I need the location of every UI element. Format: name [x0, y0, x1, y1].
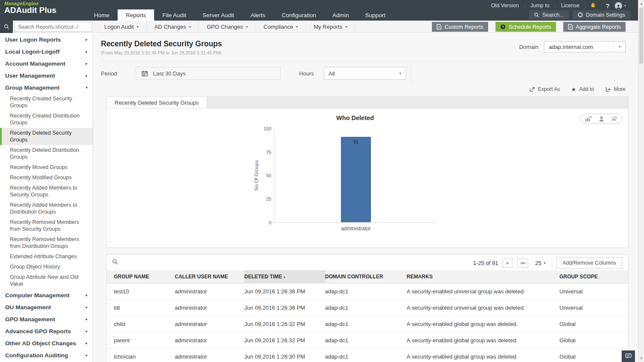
user-chart-icon[interactable] [598, 116, 605, 122]
help-icon[interactable]: ? [606, 2, 610, 9]
cell-remarks: A security-enabled global group was dele… [407, 332, 559, 349]
y-tick: 50 [262, 173, 271, 178]
sidebar-item-configuration-auditing[interactable]: Configuration Auditing▸ [0, 349, 93, 361]
menu-compliance[interactable]: Compliance▾ [256, 21, 306, 33]
sidebar-subitem[interactable]: Recently Moved Groups [0, 162, 93, 172]
search-icon [534, 12, 539, 18]
sidebar-subitem[interactable]: Recently Removed Members from Security G… [0, 217, 93, 234]
period-input[interactable]: Last 30 Days [136, 67, 281, 80]
sidebar-subitem[interactable]: Recently Added Members to Distribution G… [0, 200, 93, 217]
sidebar-item-advanced-gpo-reports[interactable]: Advanced GPO Reports▸ [0, 325, 93, 337]
main-content: Recently Deleted Security Groups (From M… [94, 33, 638, 362]
sidebar-item-account-management[interactable]: Account Management▸ [0, 57, 93, 69]
refresh-chart-icon[interactable] [611, 116, 618, 122]
export-as-link[interactable]: Export As [529, 86, 560, 92]
license-link[interactable]: License [556, 3, 586, 9]
table-row[interactable]: tchnician administrator Jun 09,2016 1:26… [107, 349, 628, 362]
page-size-select[interactable]: 25 ▾ [535, 260, 545, 266]
sidebar-item-ou-management[interactable]: OU Management▸ [0, 301, 93, 313]
sidebar-subitem[interactable]: Recently Modified Groups [0, 172, 93, 183]
gear-icon [578, 12, 583, 17]
aggregate-reports-button[interactable]: Aggregate Reports [563, 22, 626, 32]
feedback-chat-button[interactable] [622, 350, 635, 362]
domain-select[interactable]: adap.internal.com ▾ [544, 41, 626, 52]
table-row[interactable]: tdt administrator Jun 09,2016 1:26:36 PM… [107, 300, 628, 316]
tab-recently-deleted-security-groups[interactable]: Recently Deleted Security Groups [107, 97, 207, 108]
app-logo: ManageEngine ADAudit Plus [4, 1, 56, 15]
menu-logon-audit[interactable]: Logon Audit▾ [97, 21, 147, 33]
hours-select[interactable]: All ▾ [324, 67, 406, 80]
table-search-icon[interactable] [112, 259, 118, 265]
sidebar-subitem[interactable]: Recently Created Security Groups [0, 94, 93, 111]
col-remarks[interactable]: REMARKS [407, 270, 559, 284]
cell-group-name: parent [107, 332, 175, 349]
menu-ad-changes[interactable]: AD Changes▾ [147, 21, 199, 33]
sidebar-subitem[interactable]: Group Attribute New and Old Value [0, 272, 93, 289]
nav-alerts[interactable]: Alerts [242, 9, 273, 21]
menu-gpo-changes[interactable]: GPO Changes▾ [199, 21, 256, 33]
sidebar-subitem[interactable]: Recently Created Distribution Groups [0, 111, 93, 128]
sidebar-item-group-management[interactable]: Group Management▾ [0, 81, 93, 94]
sidebar-subitem-selected[interactable]: Recently Deleted Security Groups [0, 128, 93, 145]
sidebar-item-other-ad-object-changes[interactable]: Other AD Object Changes▸ [0, 337, 93, 349]
scroll-up-icon[interactable]: ▲ [638, 2, 644, 6]
chart-title: Who Deleted [274, 115, 436, 121]
main-nav: Home Reports File Audit Server Audit Ale… [86, 9, 394, 21]
nav-server-audit[interactable]: Server Audit [194, 9, 243, 21]
sidebar-item-local-logon-logoff[interactable]: Local Logon-Logoff▸ [0, 45, 93, 57]
col-group-scope[interactable]: GROUP SCOPE [559, 270, 628, 284]
table-row[interactable]: parent administrator Jun 09,2016 1:26:32… [107, 332, 628, 349]
sidebar-item-gpo-management[interactable]: GPO Management▸ [0, 313, 93, 325]
nav-reports[interactable]: Reports [118, 9, 154, 21]
cell-domain-controller: adap-dc1 [325, 332, 407, 349]
col-group-name[interactable]: GROUP NAME [107, 270, 175, 284]
nav-configuration[interactable]: Configuration [273, 9, 324, 21]
next-page-button[interactable]: ▶ [502, 259, 513, 268]
nav-admin[interactable]: Admin [324, 9, 357, 21]
col-deleted-time[interactable]: DELETED TIME ▾ [244, 270, 325, 284]
vertical-scrollbar[interactable]: ▲ ▼ [638, 0, 644, 362]
notification-bell-icon[interactable]: ! [590, 3, 596, 9]
reports-toolbar: Logon Audit▾ AD Changes▾ GPO Changes▾ Co… [0, 21, 638, 33]
nav-support[interactable]: Support [357, 9, 393, 21]
domain-settings-button[interactable]: Domain Settings [573, 10, 630, 19]
sidebar-subitem[interactable]: Group Object History [0, 262, 93, 272]
sidebar-item-user-logon-reports[interactable]: User Logon Reports▸ [0, 33, 93, 45]
last-page-button[interactable]: ▶▶ [517, 259, 528, 268]
menu-my-reports[interactable]: My Reports▾ [306, 21, 355, 33]
y-tick: 100 [262, 126, 271, 131]
sidebar-subitem[interactable]: Extended Attribute Changes [0, 251, 93, 262]
col-caller-user-name[interactable]: CALLER USER NAME [175, 270, 244, 284]
cell-group-scope: Global [559, 316, 628, 332]
col-domain-controller[interactable]: DOMAIN CONTROLLER [325, 270, 407, 284]
table-row[interactable]: test10 administrator Jun 09,2016 1:26:36… [107, 284, 628, 300]
scroll-down-icon[interactable]: ▼ [638, 356, 644, 360]
sidebar-subitem[interactable]: Recently Deleted Distribution Groups [0, 145, 93, 162]
global-search-button[interactable]: Search... [529, 10, 569, 19]
sidebar-item-user-management[interactable]: User Management▸ [0, 69, 93, 81]
report-search-input[interactable] [14, 22, 92, 32]
more-link[interactable]: More [605, 86, 626, 92]
user-menu[interactable]: ▾ [615, 2, 626, 9]
report-doc-icon [568, 24, 573, 30]
chart-bar[interactable]: 91 [341, 137, 371, 222]
nav-home[interactable]: Home [86, 9, 118, 21]
add-chart-icon[interactable] [585, 116, 592, 122]
x-category-label: administrator [326, 226, 386, 232]
sidebar-subitem[interactable]: Recently Removed Members from Distributi… [0, 234, 93, 251]
scrollbar-thumb[interactable] [639, 8, 643, 63]
sidebar-search-button[interactable] [0, 21, 13, 33]
nav-file-audit[interactable]: File Audit [154, 9, 194, 21]
sidebar-subitem[interactable]: Recently Added Members to Security Group… [0, 183, 93, 200]
chevron-right-icon: ▸ [85, 293, 88, 297]
old-version-link[interactable]: Old Version [486, 3, 525, 9]
add-to-link[interactable]: ★ Add to [571, 86, 594, 92]
jump-to-link[interactable]: Jump to [525, 3, 555, 9]
cell-group-scope: Universal [559, 300, 628, 316]
chart-toolbar [580, 114, 623, 124]
table-row[interactable]: child administrator Jun 09,2016 1:26:32 … [107, 316, 628, 332]
custom-reports-button[interactable]: Custom Reports [432, 22, 488, 32]
schedule-reports-button[interactable]: Schedule Reports [495, 22, 556, 32]
add-remove-columns-button[interactable]: Add/Remove Columns [556, 257, 622, 268]
sidebar-item-computer-management[interactable]: Computer Management▸ [0, 289, 93, 301]
